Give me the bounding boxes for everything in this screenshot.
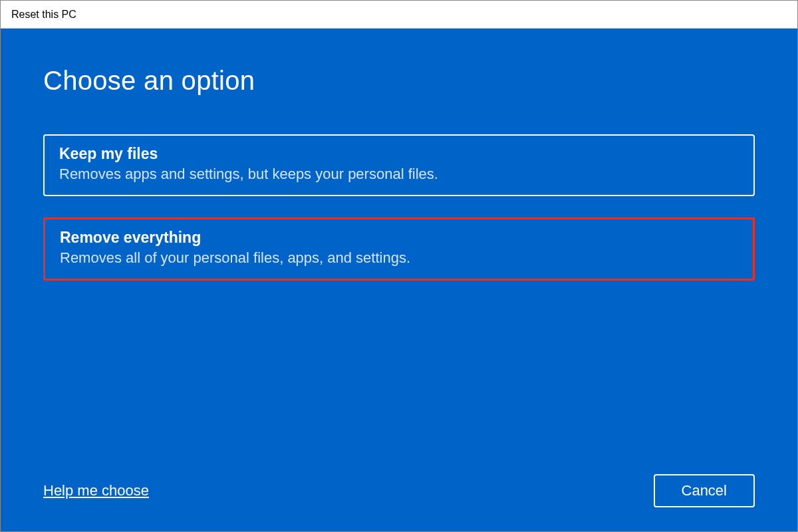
option-title: Remove everything [60,229,738,247]
reset-pc-dialog: Reset this PC Choose an option Keep my f… [0,0,798,532]
options-list: Keep my files Removes apps and settings,… [43,134,755,281]
cancel-button[interactable]: Cancel [654,474,755,507]
option-remove-everything[interactable]: Remove everything Removes all of your pe… [43,217,755,281]
option-title: Keep my files [59,145,739,163]
help-me-choose-link[interactable]: Help me choose [43,482,149,499]
option-keep-my-files[interactable]: Keep my files Removes apps and settings,… [43,134,755,196]
window-title: Reset this PC [11,9,76,21]
dialog-footer: Help me choose Cancel [43,474,755,507]
option-description: Removes all of your personal files, apps… [60,249,738,267]
option-description: Removes apps and settings, but keeps you… [59,166,739,183]
titlebar: Reset this PC [1,1,797,29]
dialog-content: Choose an option Keep my files Removes a… [1,29,797,531]
page-heading: Choose an option [43,66,755,96]
